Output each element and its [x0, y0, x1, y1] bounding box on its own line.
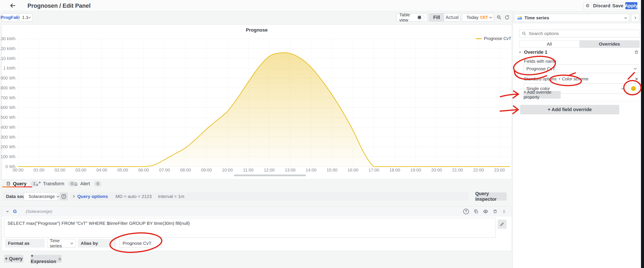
interval-value: Interval = 1m — [158, 194, 184, 199]
color-swatch-button[interactable] — [628, 83, 639, 94]
toggle-viz-panel-button[interactable] — [631, 14, 639, 22]
visualization-value: Time series — [524, 15, 549, 21]
delete-override-icon[interactable] — [634, 50, 639, 54]
tab-all[interactable]: All — [519, 41, 580, 48]
query-options-link[interactable]: Query options — [77, 194, 108, 199]
trash-icon[interactable] — [493, 209, 498, 214]
remove-property-icon[interactable]: × — [635, 77, 638, 81]
chevron-down-icon — [70, 241, 73, 244]
override-header[interactable]: Override 1 — [519, 50, 639, 55]
datasource-help-button[interactable]: ? — [60, 192, 68, 200]
search-input[interactable] — [528, 31, 631, 36]
timeseries-viz-icon — [517, 16, 522, 20]
edit-query-button[interactable] — [498, 220, 506, 229]
alias-by-input[interactable] — [119, 239, 162, 247]
chevron-right-icon — [634, 17, 636, 19]
x-tick-label: 08:00 — [180, 168, 191, 172]
warning-icon — [58, 257, 62, 261]
override-matcher-label: Fields with name — [524, 59, 556, 64]
visualization-picker[interactable]: Time series — [514, 14, 630, 22]
database-icon — [6, 181, 11, 186]
datasource-picker[interactable]: Solaranzeige — [24, 192, 58, 200]
y-tick-label: 800 Wh — [1, 86, 16, 90]
x-tick-label: 11:00 — [243, 168, 254, 172]
add-query-button[interactable]: + Query — [4, 255, 24, 263]
query-options-bar: Query options MD = auto = 2123 Interval … — [70, 192, 468, 200]
format-as-value: Time series — [50, 238, 71, 248]
active-tab-underline — [2, 186, 32, 187]
panel-settings-button[interactable]: ⚙ — [583, 2, 592, 9]
x-tick-label: 17:00 — [368, 168, 379, 172]
gear-icon: ⚙ — [586, 3, 590, 8]
x-tick-label: 03:00 — [75, 168, 86, 172]
query-ref-id: G — [13, 209, 17, 214]
x-tick-label: 02:00 — [54, 168, 65, 172]
x-tick-label: 20:00 — [431, 168, 442, 172]
tab-transform[interactable]: Transform 0 — [36, 181, 76, 187]
y-tick-label: 200 Wh — [1, 144, 16, 149]
help-icon: ? — [62, 194, 66, 199]
property-name: Color scheme — [562, 77, 588, 82]
x-tick-label: 04:00 — [96, 168, 107, 172]
transform-icon — [36, 181, 41, 186]
override-matcher-dropdown[interactable]: Prognose CvT — [524, 64, 639, 73]
tab-transform-label: Transform — [43, 181, 64, 186]
y-tick-label: 1 kWh — [3, 66, 16, 71]
x-tick-label: 05:00 — [117, 168, 128, 172]
y-tick-label: 1.30 kWh — [0, 36, 16, 41]
chevron-down-icon — [624, 16, 627, 19]
add-override-property-button[interactable]: + Add override property — [524, 91, 561, 99]
x-tick-label: 00:00 — [13, 168, 24, 172]
add-expression-label: + Expression — [31, 253, 56, 264]
tab-alert-count: 0 — [94, 181, 101, 186]
x-tick-label: 14:00 — [306, 168, 316, 172]
x-tick-label: 07:00 — [159, 168, 170, 172]
add-field-override-button[interactable]: + Add field override — [520, 105, 619, 114]
color-swatch-circle — [631, 86, 636, 91]
alias-by-label: Alias by — [78, 239, 116, 247]
x-tick-label: 22:00 — [473, 168, 484, 172]
discard-button[interactable]: Discard — [594, 2, 610, 9]
chevron-down-icon — [56, 195, 59, 197]
search-icon — [522, 31, 526, 36]
sql-query-input[interactable]: SELECT max("Prognose") FROM "CvT" WHERE … — [4, 218, 496, 238]
chart-legend[interactable]: Prognose CvT — [476, 36, 511, 41]
query-inspector-button[interactable]: Query inspector — [475, 192, 506, 200]
eye-icon[interactable] — [483, 209, 488, 214]
duplicate-icon[interactable] — [474, 209, 478, 214]
chevron-down-icon — [621, 87, 624, 90]
format-as-label: Format as — [5, 239, 45, 247]
x-tick-label: 12:00 — [264, 168, 274, 172]
apply-button[interactable]: Apply — [625, 2, 637, 9]
x-tick-label: 21:00 — [452, 168, 463, 172]
y-tick-label: 1.10 kWh — [0, 56, 16, 61]
x-tick-label: 18:00 — [390, 168, 400, 172]
x-tick-label: 16:00 — [348, 168, 358, 172]
override-title: Override 1 — [524, 50, 548, 55]
options-search[interactable] — [519, 30, 640, 37]
x-tick-label: 19:00 — [410, 168, 421, 172]
sidebar-divider — [514, 101, 641, 101]
y-tick-label: 300 Wh — [1, 135, 16, 139]
save-button[interactable]: Save — [612, 2, 624, 9]
pane-splitter-handle[interactable] — [234, 174, 306, 176]
chevron-right-icon[interactable] — [72, 195, 74, 197]
x-tick-label: 01:00 — [34, 168, 44, 172]
add-expression-button[interactable]: + Expression — [31, 255, 62, 263]
drag-handle-icon[interactable] — [502, 209, 506, 214]
pencil-icon — [500, 222, 504, 226]
options-tabs: All Overrides — [519, 40, 640, 48]
x-tick-label: 09:00 — [201, 168, 212, 172]
y-tick-label: 400 Wh — [1, 125, 16, 130]
tab-overrides[interactable]: Overrides — [580, 41, 640, 48]
format-as-dropdown[interactable]: Time series — [47, 239, 76, 247]
chart-plot-area[interactable]: 0 Wh100 Wh200 Wh300 Wh400 Wh500 Wh600 Wh… — [0, 0, 513, 180]
y-tick-label: 100 Wh — [1, 154, 16, 159]
collapse-chevron-icon[interactable] — [6, 210, 8, 212]
tab-alert[interactable]: Alert 0 — [74, 181, 101, 187]
y-tick-label: 600 Wh — [1, 105, 16, 110]
series-area — [18, 53, 510, 167]
tab-query-label: Query — [13, 181, 26, 186]
tab-query[interactable]: Query 1 — [6, 181, 38, 187]
query-help-icon[interactable]: ? — [463, 209, 469, 214]
